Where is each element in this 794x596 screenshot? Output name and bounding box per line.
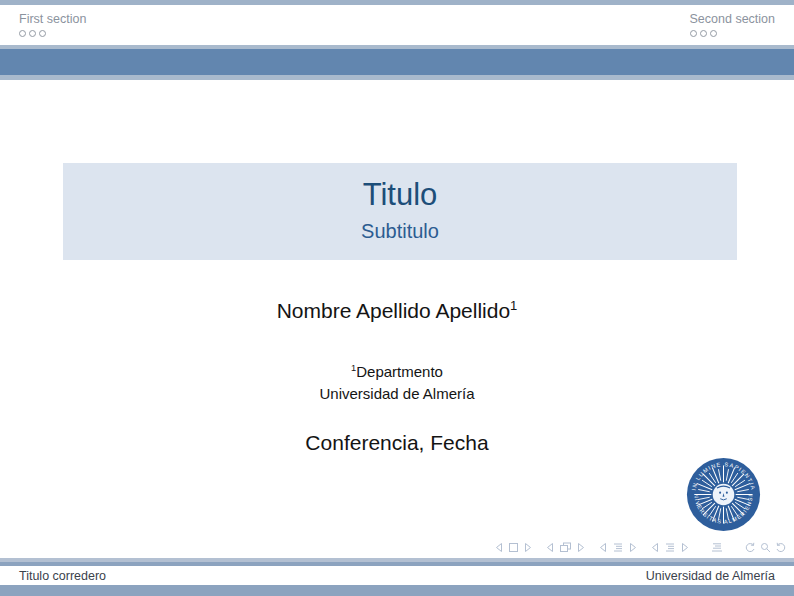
navigation-symbols [494, 540, 787, 554]
slide-frame-icon[interactable] [508, 542, 519, 553]
go-back-icon[interactable] [744, 542, 756, 553]
frame-overview-icon[interactable] [559, 542, 572, 553]
conference-date-line: Conferencia, Fecha [0, 431, 794, 455]
author-name: Nombre Apellido Apellido [277, 299, 510, 322]
section-link-second[interactable]: Second section [690, 12, 775, 26]
miniframe-dot[interactable] [710, 30, 717, 37]
next-frame-icon[interactable] [576, 542, 586, 553]
prev-subsection-icon[interactable] [650, 542, 660, 553]
miniframe-dot[interactable] [19, 30, 26, 37]
frametitle-bar [0, 45, 794, 80]
next-subsection-icon[interactable] [680, 542, 690, 553]
institute-line-2: Universidad de Almería [0, 383, 794, 405]
institute-line-1: 1Departmento [0, 361, 794, 383]
prev-frame-icon[interactable] [545, 542, 555, 553]
author-line: Nombre Apellido Apellido1 [0, 299, 794, 323]
miniframe-dot[interactable] [39, 30, 46, 37]
header-section-second: Second section [690, 12, 775, 37]
document-outline-icon[interactable] [711, 542, 723, 553]
author-footnote-marker: 1 [510, 298, 517, 313]
go-forward-icon[interactable] [775, 542, 787, 553]
bottom-accent-bar [0, 585, 794, 596]
footline: Titulo corredero Universidad de Almería [0, 566, 794, 585]
beamer-title-slide: First section Second section Titulo Subt… [0, 0, 794, 596]
institute-department: Departmento [356, 363, 443, 380]
title-box: Titulo Subtitulo [63, 163, 737, 260]
slide-title: Titulo [63, 163, 737, 212]
section-list-icon[interactable] [612, 542, 624, 553]
subsection-list-icon[interactable] [664, 542, 676, 553]
search-icon[interactable] [760, 542, 771, 553]
prev-slide-icon[interactable] [494, 542, 504, 553]
miniframe-dot[interactable] [700, 30, 707, 37]
slide-subtitle: Subtitulo [63, 212, 737, 243]
prev-section-icon[interactable] [598, 542, 608, 553]
header-section-first: First section [19, 12, 86, 37]
miniframe-dots-second [690, 30, 775, 37]
section-link-first[interactable]: First section [19, 12, 86, 26]
next-slide-icon[interactable] [523, 542, 533, 553]
footline-institute: Universidad de Almería [646, 569, 775, 583]
miniframe-dot[interactable] [29, 30, 36, 37]
next-section-icon[interactable] [628, 542, 638, 553]
headline: First section Second section [0, 5, 794, 45]
footline-short-title: Titulo corredero [19, 569, 106, 583]
institute-block: 1Departmento Universidad de Almería [0, 361, 794, 404]
miniframe-dots-first [19, 30, 86, 37]
university-seal-icon: IN LUMINE SAPIENTIA VNIVERSITAS ALMERIEN… [686, 457, 761, 532]
miniframe-dot[interactable] [690, 30, 697, 37]
university-seal-logo: IN LUMINE SAPIENTIA VNIVERSITAS ALMERIEN… [686, 457, 761, 532]
